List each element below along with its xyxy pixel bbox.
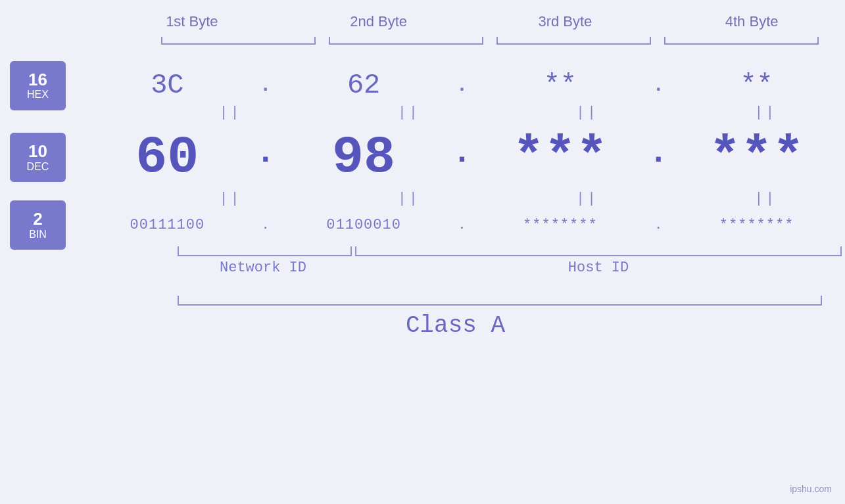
byte2-header: 2nd Byte — [285, 13, 472, 30]
bin-badge-base: BIN — [29, 229, 47, 241]
id-labels: Network ID Host ID — [174, 260, 845, 276]
dec-dot3: . — [648, 134, 668, 181]
dec-byte4: *** — [668, 127, 845, 187]
hex-byte1: 3C — [79, 70, 256, 101]
hex-badge: 16 HEX — [10, 61, 66, 110]
eq1-byte3: || — [508, 104, 667, 121]
host-id-bracket — [355, 240, 845, 256]
dec-badge-base: DEC — [27, 161, 49, 173]
hex-badge-base: HEX — [27, 89, 49, 101]
eq1-byte4: || — [687, 104, 845, 121]
bin-dot3: . — [648, 219, 668, 232]
eq1-byte2: || — [329, 104, 488, 121]
hex-values: 3C . 62 . ** . ** — [79, 70, 845, 101]
eq1-byte1: || — [151, 104, 310, 121]
dec-byte3: *** — [472, 127, 649, 187]
bracket-byte3 — [496, 34, 651, 47]
byte-headers: 1st Byte 2nd Byte 3rd Byte 4th Byte — [0, 13, 845, 30]
bracket-byte1 — [161, 34, 316, 47]
top-brackets — [155, 34, 845, 47]
hex-byte4: ** — [668, 70, 845, 101]
dec-row: 10 DEC 60 . 98 . *** . *** — [0, 127, 845, 187]
full-bracket-line — [178, 304, 822, 306]
hex-byte2: 62 — [276, 70, 452, 101]
class-label: Class A — [99, 312, 812, 339]
network-id-label: Network ID — [174, 260, 352, 276]
byte1-header: 1st Byte — [99, 13, 285, 30]
full-bracket-container — [174, 289, 825, 306]
byte4-header: 4th Byte — [658, 13, 845, 30]
eq2-byte4: || — [687, 191, 845, 207]
eq2-byte1: || — [151, 191, 310, 207]
dec-badge: 10 DEC — [10, 133, 66, 182]
bracket-byte4 — [664, 34, 819, 47]
byte3-header: 3rd Byte — [472, 13, 659, 30]
eq2-byte3: || — [508, 191, 667, 207]
watermark: ipshu.com — [790, 484, 832, 494]
bin-badge-number: 2 — [33, 210, 42, 229]
dec-dot2: . — [452, 134, 472, 181]
dec-byte2: 98 — [276, 127, 452, 187]
network-id-bracket — [174, 240, 352, 256]
bin-byte1: 00111100 — [79, 217, 256, 233]
hex-badge-number: 16 — [28, 70, 47, 89]
bin-byte4: ******** — [668, 217, 845, 233]
hex-row: 16 HEX 3C . 62 . ** . ** — [0, 70, 845, 101]
bracket-byte2 — [329, 34, 483, 47]
dec-dot1: . — [256, 134, 276, 181]
eq2-byte2: || — [329, 191, 488, 207]
hex-dot1: . — [256, 74, 276, 97]
bin-byte3: ******** — [472, 217, 649, 233]
main-container: 1st Byte 2nd Byte 3rd Byte 4th Byte 16 H… — [0, 0, 845, 504]
hex-dot3: . — [648, 74, 668, 97]
bin-dot2: . — [452, 219, 472, 232]
dec-values: 60 . 98 . *** . *** — [79, 127, 845, 187]
equals-row-1: || || || || — [151, 104, 845, 121]
dec-byte1: 60 — [79, 127, 256, 187]
bracket-container — [174, 240, 845, 256]
full-bracket-right — [821, 296, 822, 306]
equals-row-2: || || || || — [151, 191, 845, 207]
bottom-brackets: Network ID Host ID Class A — [0, 240, 845, 339]
bin-values: 00111100 . 01100010 . ******** . *******… — [79, 217, 845, 233]
full-bracket-left — [178, 296, 179, 306]
hex-dot2: . — [452, 74, 472, 97]
dec-badge-number: 10 — [28, 142, 47, 161]
bin-row: 2 BIN 00111100 . 01100010 . ******** . *… — [0, 217, 845, 233]
hex-byte3: ** — [472, 70, 649, 101]
bin-byte2: 01100010 — [276, 217, 452, 233]
host-id-label: Host ID — [352, 260, 845, 276]
bin-dot1: . — [256, 219, 276, 232]
